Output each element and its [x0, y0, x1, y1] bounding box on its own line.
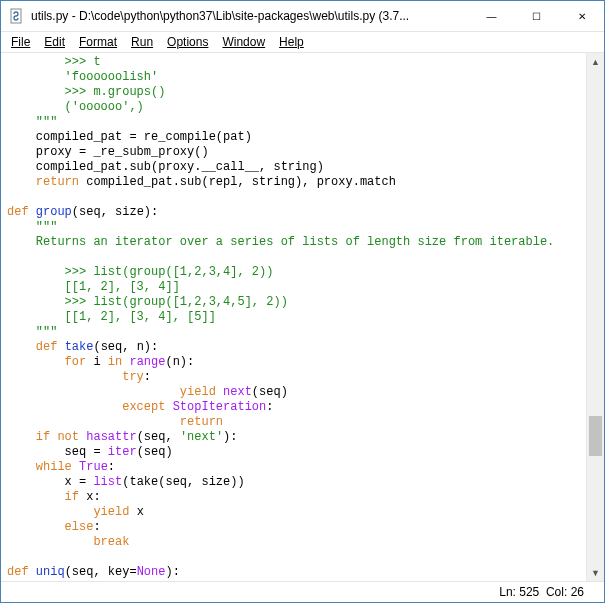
minimize-button[interactable]: —: [469, 1, 514, 31]
code-editor[interactable]: >>> t 'foooooolish' >>> m.groups() ('ooo…: [1, 53, 586, 581]
statusbar: Ln: 525 Col: 26: [1, 581, 604, 602]
menu-help-label: Help: [279, 35, 304, 49]
menu-file-label: File: [11, 35, 30, 49]
menu-help[interactable]: Help: [273, 34, 310, 50]
app-window: utils.py - D:\code\python\python37\Lib\s…: [0, 0, 605, 603]
menu-options-label: Options: [167, 35, 208, 49]
menu-run[interactable]: Run: [125, 34, 159, 50]
menu-window[interactable]: Window: [216, 34, 271, 50]
close-button[interactable]: ✕: [559, 1, 604, 31]
menu-options[interactable]: Options: [161, 34, 214, 50]
window-controls: — ☐ ✕: [469, 1, 604, 31]
python-file-icon: [9, 8, 25, 24]
line-label: Ln:: [499, 585, 516, 599]
maximize-button[interactable]: ☐: [514, 1, 559, 31]
scroll-thumb[interactable]: [589, 416, 602, 456]
menu-format-label: Format: [79, 35, 117, 49]
scroll-down-icon[interactable]: ▼: [587, 564, 604, 581]
window-title: utils.py - D:\code\python\python37\Lib\s…: [31, 9, 469, 23]
menu-file[interactable]: File: [5, 34, 36, 50]
menu-format[interactable]: Format: [73, 34, 123, 50]
menu-edit-label: Edit: [44, 35, 65, 49]
menu-edit[interactable]: Edit: [38, 34, 71, 50]
vertical-scrollbar[interactable]: ▲ ▼: [586, 53, 604, 581]
scroll-track[interactable]: [587, 70, 604, 564]
editor-area: >>> t 'foooooolish' >>> m.groups() ('ooo…: [1, 52, 604, 581]
line-value: 525: [519, 585, 539, 599]
col-label: Col:: [546, 585, 567, 599]
menubar: File Edit Format Run Options Window Help: [1, 32, 604, 52]
menu-window-label: Window: [222, 35, 265, 49]
col-value: 26: [571, 585, 584, 599]
scroll-up-icon[interactable]: ▲: [587, 53, 604, 70]
menu-run-label: Run: [131, 35, 153, 49]
titlebar[interactable]: utils.py - D:\code\python\python37\Lib\s…: [1, 1, 604, 32]
